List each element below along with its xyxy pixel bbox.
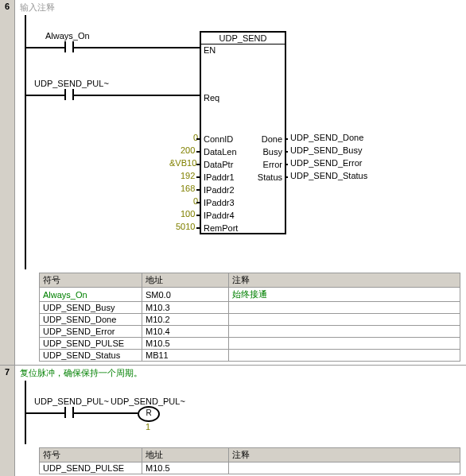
coil-count: 1: [146, 422, 150, 431]
network-number: 7: [0, 366, 15, 476]
fb-udp-send[interactable]: UDP_SEND EN Req ConnID DataLen DataPtr I…: [200, 31, 286, 234]
coil-label: UDP_SEND_PUL~: [111, 397, 185, 406]
table-row[interactable]: UDP_SEND_BusyM10.3: [40, 302, 460, 314]
symbol-table: 符号 地址 注释 Always_OnSM0.0始终接通 UDP_SEND_Bus…: [39, 273, 460, 362]
power-rail: [25, 15, 26, 269]
ladder-diagram[interactable]: UDP_SEND_PUL~ R UDP_SEND_PUL~ 1: [17, 381, 466, 444]
network-comment[interactable]: 输入注释: [17, 0, 466, 15]
table-row[interactable]: UDP_SEND_PULSEM10.5: [40, 338, 460, 350]
network-6: 6 输入注释 Always_On UDP_SEND_PUL~ UDP_SEND …: [0, 0, 466, 366]
table-row[interactable]: UDP_SEND_DoneM10.2: [40, 314, 460, 326]
contact-label: UDP_SEND_PUL~: [34, 79, 109, 88]
table-row[interactable]: UDP_SEND_PULSEM10.5: [40, 462, 460, 474]
network-number: 6: [0, 0, 15, 365]
symbol-table: 符号 地址 注释 UDP_SEND_PULSEM10.5: [39, 447, 460, 474]
fb-title: UDP_SEND: [201, 33, 285, 45]
table-row[interactable]: UDP_SEND_StatusMB11: [40, 350, 460, 362]
contact-label: Always_On: [45, 31, 90, 41]
ladder-diagram[interactable]: Always_On UDP_SEND_PUL~ UDP_SEND EN Req …: [17, 15, 466, 269]
reset-coil[interactable]: R: [138, 406, 160, 422]
network-7: 7 复位脉冲，确保保持一个周期。 UDP_SEND_PUL~ R UDP_SEN…: [0, 366, 466, 476]
table-row[interactable]: Always_OnSM0.0始终接通: [40, 288, 460, 302]
contact-label: UDP_SEND_PUL~: [34, 397, 109, 406]
network-comment[interactable]: 复位脉冲，确保保持一个周期。: [17, 366, 466, 381]
table-row[interactable]: UDP_SEND_ErrorM10.4: [40, 326, 460, 338]
